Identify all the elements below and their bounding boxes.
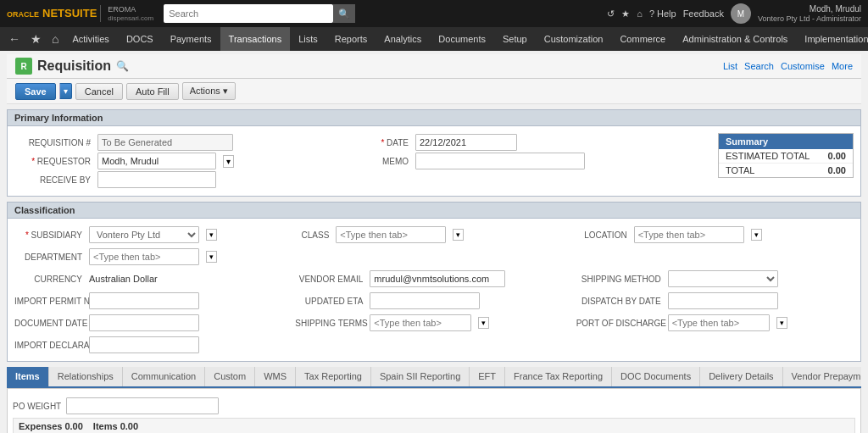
department-field[interactable] bbox=[89, 248, 199, 265]
menu-item-customization[interactable]: Customization bbox=[536, 27, 612, 51]
cancel-button[interactable]: Cancel bbox=[75, 83, 123, 100]
shipping-terms-button[interactable]: ▾ bbox=[478, 317, 489, 329]
more-link[interactable]: More bbox=[832, 61, 853, 71]
customise-link[interactable]: Customise bbox=[781, 61, 825, 71]
import-declaration-row: IMPORT DECLARATION NO. bbox=[14, 336, 854, 354]
requestor-select-button[interactable]: ▾ bbox=[223, 155, 234, 168]
summary-header: Summary bbox=[719, 134, 853, 149]
memo-label: MEMO bbox=[366, 157, 409, 166]
estimated-total-row: ESTIMATED TOTAL 0.00 bbox=[719, 149, 853, 164]
date-label: DATE bbox=[366, 138, 409, 147]
star-favorites-button[interactable]: ★ bbox=[25, 27, 47, 51]
menu-item-transactions[interactable]: Transactions bbox=[220, 27, 291, 51]
primary-info-header: Primary Information bbox=[7, 109, 861, 125]
list-link[interactable]: List bbox=[723, 61, 737, 71]
requisition-field bbox=[97, 134, 233, 151]
menu-item-docs[interactable]: DOCS bbox=[118, 27, 162, 51]
search-input[interactable] bbox=[164, 4, 333, 23]
vendor-email-field[interactable] bbox=[370, 270, 505, 287]
menu-item-implementation[interactable]: Implementation bbox=[796, 27, 868, 51]
memo-row: MEMO bbox=[366, 152, 701, 170]
tab-custom[interactable]: Custom bbox=[205, 367, 255, 386]
dispatch-by-field[interactable] bbox=[668, 292, 778, 309]
shipping-method-select[interactable] bbox=[668, 270, 778, 287]
back-button[interactable]: ← bbox=[3, 27, 25, 51]
class-field[interactable] bbox=[336, 226, 446, 243]
tab-delivery-details[interactable]: Delivery Details bbox=[700, 367, 782, 386]
menu-item-commerce[interactable]: Commerce bbox=[611, 27, 674, 51]
po-weight-field[interactable] bbox=[66, 397, 219, 414]
autofill-button[interactable]: Auto Fill bbox=[126, 83, 179, 100]
document-date-field[interactable] bbox=[89, 314, 199, 331]
class-select-button[interactable]: ▾ bbox=[453, 229, 464, 241]
save-dropdown-button[interactable]: ▾ bbox=[59, 83, 72, 99]
updated-eta-row: UPDATED ETA bbox=[295, 291, 572, 310]
tab-vendor-prepayments[interactable]: Vendor Prepayments bbox=[783, 367, 861, 386]
document-date-row: DOCUMENT DATE bbox=[14, 314, 292, 332]
page-header: R Requisition 🔍 List Search Customise Mo… bbox=[7, 54, 861, 79]
page-actions: List Search Customise More bbox=[723, 61, 853, 71]
menu-item-payments[interactable]: Payments bbox=[162, 27, 220, 51]
po-weight-row: PO WEIGHT bbox=[13, 394, 855, 418]
tab-doc-documents[interactable]: DOC Documents bbox=[612, 367, 700, 386]
actions-button[interactable]: Actions ▾ bbox=[182, 82, 236, 100]
summary-box: Summary ESTIMATED TOTAL 0.00 TOTAL 0.00 bbox=[718, 133, 854, 178]
location-select-button[interactable]: ▾ bbox=[751, 229, 762, 241]
tab-communication[interactable]: Communication bbox=[123, 367, 205, 386]
menu-item-activities[interactable]: Activities bbox=[64, 27, 117, 51]
help-button[interactable]: ? Help bbox=[649, 8, 676, 19]
requisition-label: REQUISITION # bbox=[14, 138, 91, 147]
receive-by-label: RECEIVE BY bbox=[14, 175, 91, 185]
date-field[interactable] bbox=[415, 134, 517, 151]
tab-tax-reporting[interactable]: Tax Reporting bbox=[296, 367, 371, 386]
menu-item-setup[interactable]: Setup bbox=[494, 27, 536, 51]
port-of-discharge-button[interactable]: ▾ bbox=[776, 317, 787, 329]
location-field[interactable] bbox=[634, 226, 744, 243]
import-declaration-field[interactable] bbox=[89, 336, 199, 353]
search-inline-button[interactable]: 🔍 bbox=[116, 60, 129, 72]
recent-button[interactable]: ↺ bbox=[607, 8, 615, 19]
top-navigation: ORACLE NETSUITE EROMA dispensari.com 🔍 ↺… bbox=[0, 0, 868, 27]
class-label: CLASS bbox=[295, 230, 329, 240]
tab-spain-sii[interactable]: Spain SII Reporting bbox=[371, 367, 470, 386]
menu-item-lists[interactable]: Lists bbox=[290, 27, 326, 51]
home-button[interactable]: ⌂ bbox=[637, 8, 643, 19]
feedback-button[interactable]: Feedback bbox=[683, 8, 724, 19]
search-link[interactable]: Search bbox=[744, 61, 774, 71]
tab-wms[interactable]: WMS bbox=[255, 367, 296, 386]
updated-eta-field[interactable] bbox=[370, 292, 480, 309]
menu-item-analytics[interactable]: Analytics bbox=[376, 27, 430, 51]
class-row: CLASS ▾ bbox=[295, 225, 572, 244]
vendor-email-label: VENDOR EMAIL bbox=[295, 275, 363, 284]
shipping-terms-field[interactable] bbox=[370, 314, 471, 331]
logo-area: ORACLE NETSUITE EROMA dispensari.com bbox=[7, 5, 153, 22]
tab-eft[interactable]: EFT bbox=[470, 367, 505, 386]
subsidiary-label: SUBSIDIARY bbox=[14, 230, 82, 240]
save-button[interactable]: Save bbox=[15, 83, 56, 100]
subsidiary-expand-button[interactable]: ▾ bbox=[206, 229, 217, 241]
items-total: Items 0.00 bbox=[93, 421, 138, 431]
port-of-discharge-label: PORT OF DISCHARGE bbox=[576, 319, 661, 328]
memo-field[interactable] bbox=[415, 153, 585, 169]
oracle-logo: ORACLE NETSUITE bbox=[7, 7, 97, 19]
tab-france-tax[interactable]: France Tax Reporting bbox=[505, 367, 612, 386]
subsidiary-select[interactable]: Vontero Pty Ltd bbox=[89, 226, 199, 243]
import-permit-row: IMPORT PERMIT NO. bbox=[14, 291, 292, 310]
tab-items[interactable]: Items bbox=[7, 367, 49, 386]
favorites-button[interactable]: ★ bbox=[621, 8, 630, 19]
port-of-discharge-field[interactable] bbox=[668, 314, 770, 331]
menu-item-reports[interactable]: Reports bbox=[326, 27, 376, 51]
menu-item-admin[interactable]: Administration & Controls bbox=[674, 27, 796, 51]
menu-home-button[interactable]: ⌂ bbox=[47, 27, 64, 51]
requestor-field[interactable] bbox=[97, 153, 216, 169]
requestor-row: REQUESTOR ▾ bbox=[14, 152, 349, 170]
vendor-email-row: VENDOR EMAIL bbox=[295, 269, 572, 288]
menu-item-documents[interactable]: Documents bbox=[430, 27, 494, 51]
department-select-button[interactable]: ▾ bbox=[206, 251, 217, 263]
search-button[interactable]: 🔍 bbox=[333, 4, 355, 23]
import-permit-field[interactable] bbox=[89, 292, 199, 309]
total-row: TOTAL 0.00 bbox=[719, 164, 853, 177]
tab-relationships[interactable]: Relationships bbox=[49, 367, 123, 386]
receive-by-field[interactable] bbox=[97, 171, 216, 188]
currency-row: CURRENCY Australian Dollar bbox=[14, 269, 292, 288]
